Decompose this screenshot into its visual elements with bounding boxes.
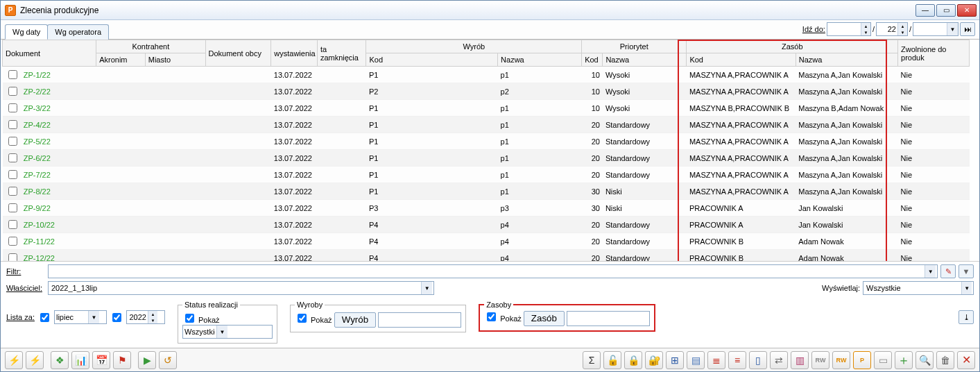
tool-rw-orange-button[interactable]: RW	[832, 351, 850, 369]
tab-wg-daty[interactable]: Wg daty	[5, 24, 48, 40]
tool-lightning-icon[interactable]: ⚡	[5, 351, 23, 369]
table-row[interactable]: ZP-9/2213.07.2022P3p330NiskiPRACOWNIK AJ…	[3, 200, 970, 217]
filter-funnel-button[interactable]: ▼	[958, 264, 974, 278]
lista-za-month-check[interactable]	[40, 313, 49, 322]
doc-link[interactable]: ZP-4/22	[24, 121, 51, 129]
col-priorytet[interactable]: Priorytet	[582, 40, 687, 53]
filter-apply-button[interactable]: ✎	[940, 264, 956, 278]
chevron-down-icon[interactable]: ▼	[925, 265, 936, 278]
doc-link[interactable]: ZP-3/22	[24, 104, 51, 112]
col-wystawienia[interactable]: wystawienia	[271, 40, 318, 67]
row-check[interactable]	[8, 120, 17, 129]
doc-link[interactable]: ZP-8/22	[24, 187, 51, 196]
tool-lock-alt-icon[interactable]: 🔐	[645, 351, 663, 369]
col-miasto[interactable]: Miasto	[145, 53, 205, 67]
col-dokument[interactable]: Dokument	[3, 40, 96, 67]
wyroby-pokaz-check[interactable]	[298, 314, 307, 323]
col-zamkniecia[interactable]: ta zamknięcia	[317, 40, 366, 67]
tab-wg-operatora[interactable]: Wg operatora	[47, 24, 109, 40]
wyroby-pick-button[interactable]: Wyrób	[334, 312, 376, 328]
col-zasob[interactable]: Zasób	[687, 40, 898, 53]
goto-input-1[interactable]: ▲▼	[827, 22, 871, 36]
table-row[interactable]: ZP-11/2213.07.2022P4p420StandardowyPRACO…	[3, 233, 970, 250]
chevron-down-icon[interactable]: ▼	[961, 282, 972, 294]
tool-lightning-alt-icon[interactable]: ⚡	[26, 351, 44, 369]
col-zasob-kod[interactable]: Kod	[687, 53, 796, 67]
status-select[interactable]: ▼	[182, 325, 273, 339]
col-akronim[interactable]: Akronim	[96, 53, 146, 67]
chevron-down-icon[interactable]: ▼	[216, 326, 227, 338]
zasoby-pokaz-check[interactable]	[487, 312, 496, 321]
table-row[interactable]: ZP-4/2213.07.2022P1p120StandardowyMASZYN…	[3, 117, 970, 133]
zasoby-input[interactable]	[567, 311, 650, 326]
doc-link[interactable]: ZP-1/22	[24, 71, 51, 79]
chevron-down-icon[interactable]: ▼	[421, 282, 432, 294]
tool-leaf-icon[interactable]: ❖	[51, 351, 69, 369]
goto-input-2[interactable]: ▲▼	[876, 22, 908, 36]
tool-doc-icon[interactable]: ▯	[749, 351, 767, 369]
col-wyrob-kod[interactable]: Kod	[366, 53, 498, 67]
row-check[interactable]	[8, 103, 17, 112]
wyswietlaj-select[interactable]: ▼	[863, 281, 974, 295]
col-prio-nazwa[interactable]: Nazwa	[603, 53, 687, 67]
tool-books-icon[interactable]: ▥	[791, 351, 809, 369]
tool-list-alt-icon[interactable]: ≡	[728, 351, 746, 369]
col-zasob-nazwa[interactable]: Nazwa	[796, 53, 897, 67]
col-dokument-obcy[interactable]: Dokument obcy	[205, 40, 271, 67]
row-check[interactable]	[8, 220, 17, 229]
zasoby-pick-button[interactable]: Zasób	[524, 311, 565, 326]
minimize-button[interactable]: —	[915, 4, 935, 17]
table-row[interactable]: ZP-12/2213.07.2022P4p420StandardowyPRACO…	[3, 250, 970, 262]
lista-za-month[interactable]: ▼	[54, 310, 107, 324]
tool-close-button[interactable]: ✕	[957, 351, 975, 369]
tool-lock-icon[interactable]: 🔒	[624, 351, 642, 369]
doc-link[interactable]: ZP-9/22	[24, 204, 51, 212]
col-wyrob-nazwa[interactable]: Nazwa	[498, 53, 582, 67]
tool-add-button[interactable]: ＋	[895, 351, 913, 369]
table-row[interactable]: ZP-8/2213.07.2022P1p130NiskiMASZYNA A,PR…	[3, 183, 970, 200]
row-check[interactable]	[8, 253, 17, 261]
goto-select-3[interactable]: ▼	[913, 22, 958, 36]
row-check[interactable]	[8, 237, 17, 246]
tool-rw-button[interactable]: RW	[811, 351, 829, 369]
tool-lock-open-icon[interactable]: 🔓	[603, 351, 621, 369]
table-row[interactable]: ZP-3/2213.07.2022P1p110WysokiMASZYNA B,P…	[3, 100, 970, 117]
doc-link[interactable]: ZP-5/22	[24, 137, 51, 146]
doc-link[interactable]: ZP-7/22	[24, 171, 51, 179]
row-check[interactable]	[8, 203, 17, 212]
doc-link[interactable]: ZP-2/22	[24, 87, 51, 96]
orders-grid[interactable]: Dokument Kontrahent Dokument obcy wystaw…	[2, 40, 970, 261]
table-row[interactable]: ZP-5/2213.07.2022P1p120StandardowyMASZYN…	[3, 133, 970, 150]
table-row[interactable]: ZP-1/2213.07.2022P1p110WysokiMASZYNA A,P…	[3, 67, 970, 83]
doc-link[interactable]: ZP-12/22	[24, 254, 55, 262]
lista-za-year-check[interactable]	[112, 313, 121, 322]
table-row[interactable]: ZP-10/2213.07.2022P4p420StandardowyPRACO…	[3, 217, 970, 233]
table-row[interactable]: ZP-6/2213.07.2022P1p120StandardowyMASZYN…	[3, 150, 970, 167]
col-zwolnione[interactable]: Zwolnione do produk	[898, 40, 970, 67]
close-button[interactable]: ✕	[957, 4, 977, 17]
col-kontrahent[interactable]: Kontrahent	[96, 40, 205, 53]
tool-list-icon[interactable]: ≣	[707, 351, 725, 369]
row-check[interactable]	[8, 153, 17, 162]
table-row[interactable]: ZP-2/2213.07.2022P2p210WysokiMASZYNA A,P…	[3, 83, 970, 100]
status-pokaz-check[interactable]	[185, 314, 194, 323]
col-wyrob[interactable]: Wyrób	[366, 40, 582, 53]
row-check[interactable]	[8, 187, 17, 196]
tool-note-icon[interactable]: ▭	[874, 351, 892, 369]
row-check[interactable]	[8, 70, 17, 79]
maximize-button[interactable]: ▭	[936, 4, 956, 17]
doc-link[interactable]: ZP-6/22	[24, 154, 51, 162]
tool-cycle-icon[interactable]: ↺	[159, 351, 177, 369]
wyroby-input[interactable]	[378, 312, 461, 328]
chevron-down-icon[interactable]: ▼	[88, 311, 99, 323]
lista-za-year[interactable]: ▲▼	[126, 310, 165, 324]
tool-calendar-icon[interactable]: 📅	[92, 351, 110, 369]
tool-bars-icon[interactable]: ▤	[687, 351, 705, 369]
tool-delete-button[interactable]: 🗑	[936, 351, 954, 369]
doc-link[interactable]: ZP-10/22	[24, 221, 55, 229]
row-check[interactable]	[8, 137, 17, 146]
tool-chart-icon[interactable]: 📊	[71, 351, 89, 369]
filtr-input[interactable]: ▼	[48, 264, 938, 278]
row-check[interactable]	[8, 87, 17, 96]
tool-p-button[interactable]: P	[853, 351, 871, 369]
